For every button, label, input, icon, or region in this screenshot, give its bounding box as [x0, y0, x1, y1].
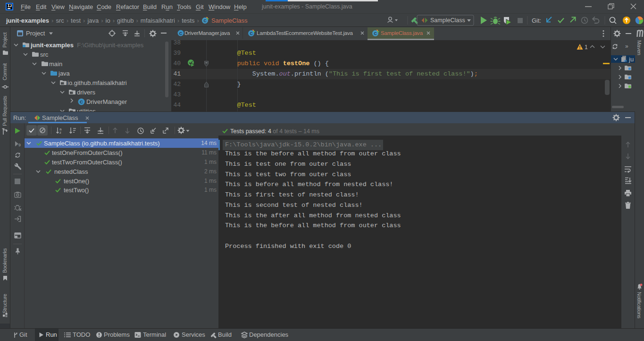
svg-text:C: C [374, 31, 376, 36]
svg-text:SampleClass: SampleClass [430, 17, 465, 24]
svg-text:C: C [203, 18, 206, 23]
svg-text:C: C [80, 99, 83, 104]
svg-text:Git:: Git: [532, 17, 541, 24]
svg-text:C: C [179, 31, 183, 36]
svg-text:C: C [250, 31, 252, 36]
svg-text:9: 9 [18, 143, 21, 147]
svg-text:m: m [624, 58, 627, 63]
svg-text:z: z [59, 130, 61, 134]
svg-text:1: 1 [585, 44, 588, 51]
